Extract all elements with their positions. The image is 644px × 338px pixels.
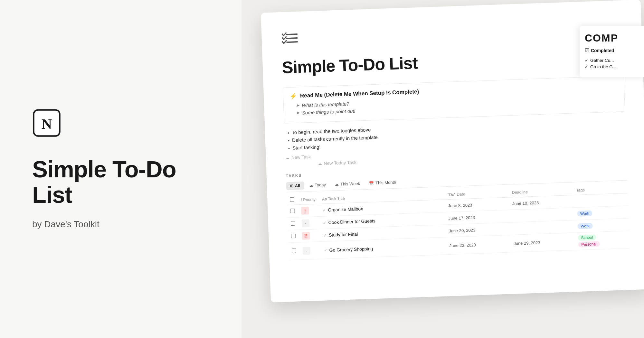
checklist-icon: [281, 20, 623, 52]
row4-checkbox[interactable]: [292, 249, 296, 253]
row3-tags: Work: [574, 218, 630, 233]
row1-task-name: ✓ Organize Mailbox: [322, 203, 441, 213]
header-checkbox[interactable]: [290, 197, 294, 202]
row1-checkbox-cell: [287, 205, 298, 218]
cloud-icon-1: ☁: [285, 155, 289, 160]
toggle-arrow-2: ▶: [297, 111, 299, 115]
header-priority: ! Priority: [298, 194, 319, 205]
page-title: Simple To-Do List: [282, 46, 623, 77]
svg-line-4: [287, 42, 297, 42]
row3-tag-work: Work: [577, 223, 593, 229]
comp-item-1: ✓ Gather Cu...: [585, 58, 639, 63]
row4-priority-cell: -: [299, 241, 321, 259]
tab-today-icon: ☁: [309, 183, 313, 187]
comp-check-2: ✓: [585, 64, 588, 69]
completed-check-icon: ☑: [585, 47, 589, 53]
row4-check-icon: ✓: [324, 248, 327, 252]
left-panel: N Simple To-Do List by Dave's Toolkit: [0, 0, 242, 338]
header-checkbox-col: [287, 195, 298, 205]
tab-all[interactable]: ⊞ All: [286, 182, 304, 190]
tab-all-icon: ⊞: [290, 183, 293, 188]
right-panel: Simple To-Do List ⚡ Read Me (Delete Me W…: [242, 0, 644, 338]
tab-month-icon: 📅: [369, 181, 374, 186]
row3-priority-badge: !!: [302, 232, 310, 240]
main-title: Simple To-Do List: [32, 157, 209, 208]
tab-month-label: This Month: [375, 180, 396, 185]
svg-line-3: [287, 38, 297, 38]
row2-check-icon: ✓: [323, 220, 327, 225]
row2-task-name: ✓ Cook Dinner for Guests: [323, 216, 442, 225]
row4-do-date: June 22, 2023: [446, 235, 511, 255]
row1-check-icon: ✓: [322, 208, 326, 212]
row3-check-icon: ✓: [323, 233, 327, 238]
row1-tags: [573, 193, 629, 208]
row1-priority-badge: !: [301, 207, 309, 215]
row4-task-name: ✓ Go Grocery Shopping: [324, 243, 443, 253]
tab-this-month[interactable]: 📅 This Month: [365, 178, 400, 187]
row3-checkbox[interactable]: [291, 233, 296, 238]
task-table: ! Priority Aa Task Title "Do" Date Deadl…: [287, 184, 630, 260]
comp-check-1: ✓: [585, 58, 588, 63]
row2-priority-badge: -: [301, 219, 309, 227]
row4-checkbox-cell: [288, 242, 300, 260]
lightning-icon: ⚡: [290, 92, 297, 100]
row4-tag-school: School: [578, 234, 596, 241]
tab-week-label: This Week: [340, 181, 360, 187]
row1-checkbox[interactable]: [290, 208, 295, 213]
cloud-icon-2: ☁: [317, 161, 322, 166]
subtitle: by Dave's Toolkit: [32, 219, 209, 230]
comp-title: COMP: [585, 32, 639, 44]
notion-logo: N: [32, 108, 61, 137]
svg-text:N: N: [42, 116, 52, 132]
tab-all-label: All: [295, 183, 300, 188]
row4-tags: School Personal: [574, 231, 630, 250]
row2-tag-work: Work: [577, 210, 592, 217]
tab-this-week[interactable]: ☁ This Week: [331, 179, 364, 189]
comp-completed-badge: ☑ Completed: [585, 47, 639, 53]
comp-panel: COMP ☑ Completed ✓ Gather Cu... ✓ Go to …: [580, 26, 644, 77]
toggle-arrow: ▶: [297, 103, 299, 108]
row2-priority-cell: -: [298, 217, 320, 230]
row2-checkbox-cell: [287, 217, 298, 230]
row4-tag-personal: Personal: [578, 241, 600, 248]
row2-tags: Work: [573, 206, 629, 220]
row1-priority-cell: !: [298, 204, 319, 217]
row3-task-name: ✓ Study for Final: [323, 229, 442, 238]
comp-completed-label: Completed: [591, 48, 614, 53]
svg-line-2: [287, 34, 297, 34]
tab-today[interactable]: ☁ Today: [305, 181, 330, 190]
read-me-block: ⚡ Read Me (Delete Me When Setup Is Compl…: [283, 76, 625, 124]
row3-priority-cell: !!: [299, 229, 320, 242]
row4-deadline: June 29, 2023: [510, 233, 575, 252]
tab-today-label: Today: [315, 182, 326, 187]
comp-item-2: ✓ Go to the G...: [585, 64, 639, 69]
tab-week-icon: ☁: [335, 182, 339, 186]
row3-checkbox-cell: [288, 230, 299, 243]
row2-checkbox[interactable]: [291, 221, 295, 225]
row4-priority-badge: -: [302, 247, 310, 255]
tasks-section: TASKS ⊞ All ☁ Today ☁ This Week: [286, 162, 630, 260]
